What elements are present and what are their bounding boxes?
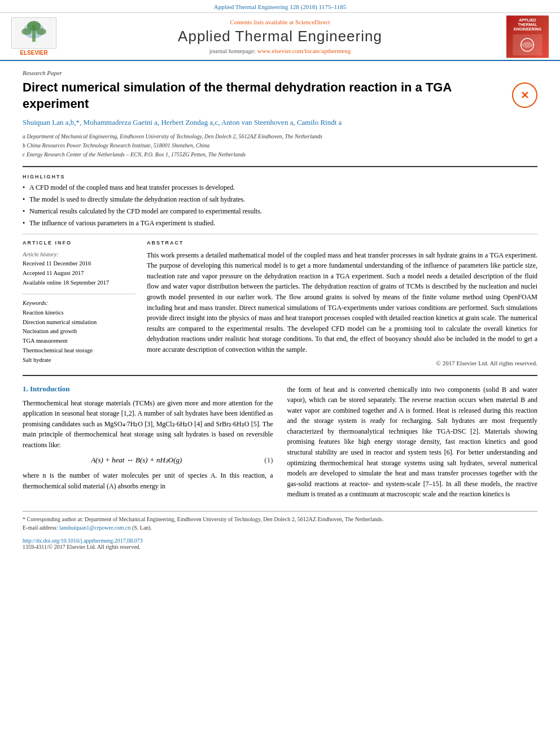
divider-history xyxy=(23,294,135,294)
intro-columns: 1. Introduction Thermochemical heat stor… xyxy=(23,385,537,500)
footnote-email: E-mail address: lanshuiquan1@crpower.com… xyxy=(23,523,537,532)
footnote-email-link[interactable]: lanshuiquan1@crpower.com.cn xyxy=(59,525,130,531)
journal-homepage: journal homepage: www.elsevier.com/locat… xyxy=(178,47,382,54)
keywords-title: Keywords: xyxy=(23,300,135,306)
equation-formula: A(s) + heat ↔ B(s) + nH₂O(g) xyxy=(23,456,251,465)
svg-point-4 xyxy=(21,28,32,35)
equation-block: A(s) + heat ↔ B(s) + nH₂O(g) (1) xyxy=(23,456,273,465)
authors-line: Shuiquan Lan a,b,*, Mohammadreza Gaeini … xyxy=(23,117,537,128)
paper-type-label: Research Paper xyxy=(23,69,537,76)
crossmark-badge[interactable]: ✕ xyxy=(512,82,537,108)
highlights-list: A CFD model of the coupled mass and heat… xyxy=(23,183,537,228)
abstract-column: ABSTRACT This work presents a detailed m… xyxy=(147,240,537,366)
abstract-text: This work presents a detailed mathematic… xyxy=(147,250,537,355)
footnote-star: * Corresponding author at: Department of… xyxy=(23,515,537,523)
elsevier-logo-area: ELSEVIER xyxy=(11,18,56,56)
intro-heading: 1. Introduction xyxy=(23,385,273,394)
main-content: Research Paper Direct numerical simulati… xyxy=(0,61,560,558)
journal-logo-text: APPLIED THERMAL ENGINEERING xyxy=(514,18,541,32)
journal-cover-logo: APPLIED THERMAL ENGINEERING xyxy=(506,15,549,58)
highlight-item: The influence of various parameters in a… xyxy=(23,219,537,228)
title-row: Direct numerical simulation of the therm… xyxy=(23,80,537,112)
intro-after-equation: where n is the number of water molecules… xyxy=(23,470,273,491)
journal-title: Applied Thermal Engineering xyxy=(178,28,382,45)
journal-center: Contents lists available at ScienceDirec… xyxy=(178,19,382,54)
doi-section: http://dx.doi.org/10.1016/j.appthermeng.… xyxy=(23,538,537,550)
article-history: Article history: Received 11 December 20… xyxy=(23,250,135,288)
sciencedirect-link[interactable]: Contents lists available at ScienceDirec… xyxy=(178,19,382,25)
highlight-item: Numerical results calculated by the CFD … xyxy=(23,207,537,216)
paper-title: Direct numerical simulation of the therm… xyxy=(23,80,501,112)
highlight-item: The model is used to directly simulate t… xyxy=(23,195,537,204)
intro-right-text: the form of heat and is converted chemic… xyxy=(287,385,538,500)
elsevier-image xyxy=(11,18,56,49)
article-info-abstract: ARTICLE INFO Article history: Received 1… xyxy=(23,240,537,366)
equation-number: (1) xyxy=(251,456,273,465)
article-info-label: ARTICLE INFO xyxy=(23,240,135,246)
highlights-label: HIGHLIGHTS xyxy=(23,174,537,180)
copyright-line: 1359-4311/© 2017 Elsevier Ltd. All right… xyxy=(23,544,537,550)
svg-point-5 xyxy=(36,28,46,35)
journal-header: ELSEVIER Contents lists available at Sci… xyxy=(0,13,560,61)
intro-left-col: 1. Introduction Thermochemical heat stor… xyxy=(23,385,273,500)
abstract-label: ABSTRACT xyxy=(147,240,537,246)
divider-highlights xyxy=(23,234,537,234)
intro-left-text: Thermochemical heat storage materials (T… xyxy=(23,398,273,451)
introduction-section: 1. Introduction Thermochemical heat stor… xyxy=(23,385,537,500)
citation-bar: Applied Thermal Engineering 128 (2018) 1… xyxy=(0,0,560,13)
divider-after-affiliations xyxy=(23,166,537,167)
keywords-list: Reaction kinetics Direction numerical si… xyxy=(23,308,135,365)
keywords-section: Keywords: Reaction kinetics Direction nu… xyxy=(23,300,135,365)
footnote-section: * Corresponding author at: Department of… xyxy=(23,511,537,532)
crossmark-icon: ✕ xyxy=(520,89,529,102)
doi-link[interactable]: http://dx.doi.org/10.1016/j.appthermeng.… xyxy=(23,538,537,544)
highlight-item: A CFD model of the coupled mass and heat… xyxy=(23,183,537,193)
article-info-column: ARTICLE INFO Article history: Received 1… xyxy=(23,240,135,366)
divider-before-intro xyxy=(23,375,537,376)
copyright-text: © 2017 Elsevier Ltd. All rights reserved… xyxy=(147,360,537,366)
elsevier-wordmark: ELSEVIER xyxy=(20,50,47,56)
intro-right-col: the form of heat and is converted chemic… xyxy=(287,385,538,500)
citation-text: Applied Thermal Engineering 128 (2018) 1… xyxy=(214,3,347,10)
affiliations-block: a Department of Mechanical Engineering, … xyxy=(23,132,537,159)
